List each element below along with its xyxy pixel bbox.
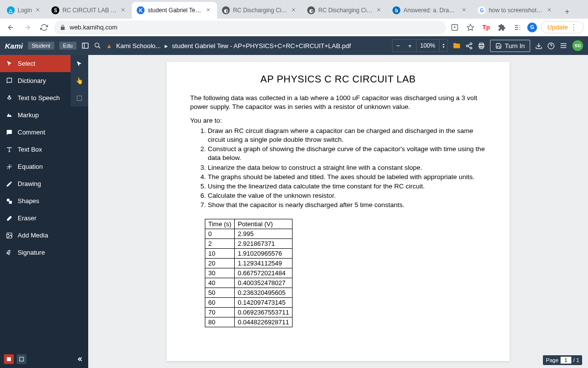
reload-button[interactable]: [37, 21, 51, 34]
zoom-out-button[interactable]: −: [392, 40, 404, 52]
close-icon[interactable]: [546, 7, 553, 14]
document-viewport[interactable]: AP PHYSICS C RC CIRCUIT LAB The followin…: [88, 55, 588, 368]
close-icon[interactable]: [461, 7, 468, 14]
share-icon[interactable]: [466, 42, 473, 50]
svg-point-36: [11, 165, 11, 165]
view-mode-2-icon[interactable]: [17, 354, 26, 364]
svg-point-20: [470, 43, 472, 45]
svg-point-22: [470, 47, 472, 49]
sidebar-item-text-box[interactable]: Text Box: [0, 141, 88, 158]
forward-button[interactable]: [21, 21, 34, 34]
reading-list-icon[interactable]: [512, 22, 523, 33]
table-cell: 0: [205, 229, 235, 238]
sidebar-item-label: Comment: [18, 129, 45, 136]
close-icon[interactable]: [376, 7, 383, 14]
browser-tab[interactable]: Kstudent Gabriel Tew -: [132, 2, 217, 19]
sidebar-subicon[interactable]: [71, 89, 88, 106]
close-icon[interactable]: [120, 7, 127, 14]
task-item: Draw an RC circuit diagram where a capac…: [208, 127, 486, 144]
breadcrumb-file[interactable]: student Gabriel Tew - AP+PHYSICS+C+RC+CI…: [172, 42, 351, 50]
sidebar-item-label: Eraser: [18, 214, 36, 222]
print-icon[interactable]: [478, 42, 485, 50]
view-mode-1-icon[interactable]: [4, 354, 14, 364]
new-tab-button[interactable]: +: [560, 5, 574, 19]
search-icon[interactable]: [94, 42, 101, 49]
zoom-in-button[interactable]: +: [404, 40, 416, 52]
install-icon[interactable]: [449, 22, 461, 33]
close-icon[interactable]: [291, 7, 297, 14]
profile-g-icon[interactable]: G: [527, 23, 537, 32]
table-row: 02.995: [205, 229, 293, 238]
update-button[interactable]: Update⋮: [541, 21, 584, 33]
document-page: AP PHYSICS C RC CIRCUIT LAB The followin…: [167, 62, 510, 361]
tab-favicon: ◐: [222, 6, 230, 14]
browser-tab[interactable]: Ghow to screenshot on: [473, 2, 558, 19]
sidebar-item-comment[interactable]: Comment: [0, 124, 88, 141]
sidebar-item-label: Text to Speech: [18, 94, 60, 102]
download-icon[interactable]: [535, 42, 542, 50]
task-item: Using the the linearized data calculate …: [208, 182, 486, 191]
browser-tab[interactable]: bAnswered: a. Draw an: [388, 2, 473, 19]
open-icon[interactable]: [453, 42, 461, 50]
svg-point-18: [95, 43, 99, 47]
svg-line-23: [468, 44, 470, 46]
sidebar-item-signature[interactable]: Signature: [0, 244, 88, 261]
browser-tab[interactable]: SRC CIRCUIT LAB | Sch: [47, 2, 132, 19]
breadcrumb-folder[interactable]: Kami Schoolo...: [116, 42, 161, 50]
close-icon[interactable]: [205, 7, 212, 14]
sidebar-item-markup[interactable]: Markup: [0, 106, 88, 124]
back-button[interactable]: [4, 21, 18, 34]
browser-tab[interactable]: ◐RC Discharging Circuit: [302, 2, 388, 19]
task-item: The graphs should be labeled and titled.…: [208, 173, 486, 182]
page-indicator: Page / 1: [543, 355, 582, 365]
sidebar-item-select[interactable]: Select: [0, 55, 71, 72]
panel-toggle-icon[interactable]: [81, 42, 89, 50]
sidebar-item-equation[interactable]: Equation: [0, 158, 88, 175]
sidebar-item-dictionary[interactable]: Dictionary: [0, 72, 71, 89]
task-item: Construct a graph of showing the dischar…: [208, 145, 486, 162]
table-cell: 70: [205, 307, 235, 317]
table-cell: 2.995: [235, 229, 293, 238]
tab-favicon: ◐: [307, 6, 315, 14]
svg-point-35: [7, 168, 8, 169]
task-item: Calculate the value of the unknown resis…: [208, 191, 486, 200]
zoom-stepper[interactable]: ▲▼: [440, 43, 447, 49]
turn-in-button[interactable]: Turn In: [490, 40, 530, 52]
table-header-cell: Time (s): [205, 219, 235, 229]
table-cell: 0.667572021484: [235, 268, 293, 278]
browser-tab[interactable]: △Login: [2, 2, 47, 19]
url-box[interactable]: web.kamihq.com: [54, 21, 446, 34]
browser-tab-strip: △LoginSRC CIRCUIT LAB | SchKstudent Gabr…: [0, 0, 588, 19]
table-cell: 50: [205, 288, 235, 297]
doc-task-list: Draw an RC circuit diagram where a capac…: [190, 127, 486, 210]
tab-title: how to screenshot on: [489, 7, 543, 14]
page-input[interactable]: [561, 357, 571, 364]
table-cell: 80: [205, 317, 235, 327]
table-cell: 0.400352478027: [235, 278, 293, 288]
sidebar-item-text-to-speech[interactable]: Text to Speech: [0, 89, 71, 106]
sidebar-collapse-icon[interactable]: [77, 356, 84, 363]
sidebar-item-add-media[interactable]: Add Media: [0, 227, 88, 244]
help-icon[interactable]: [547, 42, 555, 50]
sidebar-subicon[interactable]: 👆: [71, 72, 88, 89]
chip-edu: Edu: [59, 42, 77, 50]
table-row: 800.0448226928711: [205, 317, 293, 327]
tool-icon: [6, 112, 13, 119]
main-area: Select Dictionary👆Text to SpeechMarkupCo…: [0, 55, 588, 368]
browser-tab[interactable]: ◐RC Discharging Circuit: [217, 2, 302, 19]
zoom-control: − + 100% ▲▼: [392, 39, 448, 52]
sidebar-item-shapes[interactable]: Shapes: [0, 192, 88, 210]
close-icon[interactable]: [35, 7, 42, 14]
sidebar-item-eraser[interactable]: Eraser: [0, 210, 88, 227]
star-icon[interactable]: [465, 22, 476, 33]
ext-tp-icon[interactable]: Tp: [480, 22, 492, 33]
select-arrow-tool[interactable]: [71, 55, 88, 72]
cursor-icon: [6, 60, 13, 67]
extensions-icon[interactable]: [496, 22, 508, 33]
sidebar-item-drawing[interactable]: Drawing: [0, 175, 88, 192]
user-avatar[interactable]: SG: [572, 40, 583, 51]
menu-icon[interactable]: [560, 42, 567, 50]
lock-icon: [60, 25, 66, 30]
svg-line-19: [98, 47, 100, 49]
data-table: Time (s)Potential (V) 02.99522.921867371…: [205, 219, 293, 327]
